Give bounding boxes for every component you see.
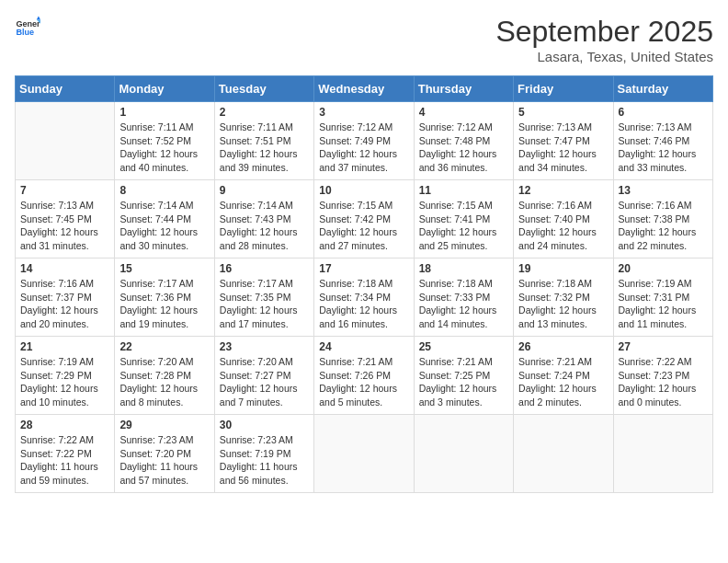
day-info: Sunrise: 7:19 AMSunset: 7:31 PMDaylight:… — [619, 277, 708, 331]
day-number: 15 — [119, 262, 209, 275]
calendar-cell: 14Sunrise: 7:16 AMSunset: 7:37 PMDayligh… — [16, 259, 115, 337]
header: General Blue September 2025 Lasara, Texa… — [15, 15, 713, 64]
calendar-cell: 26Sunrise: 7:21 AMSunset: 7:24 PMDayligh… — [514, 337, 613, 415]
calendar-cell: 28Sunrise: 7:22 AMSunset: 7:22 PMDayligh… — [16, 415, 115, 493]
day-number: 25 — [419, 340, 508, 353]
week-row-2: 7Sunrise: 7:13 AMSunset: 7:45 PMDaylight… — [16, 180, 713, 259]
calendar-cell: 24Sunrise: 7:21 AMSunset: 7:26 PMDayligh… — [314, 337, 414, 415]
weekday-header-thursday: Thursday — [414, 76, 513, 102]
day-number: 29 — [119, 419, 209, 431]
weekday-header-row: SundayMondayTuesdayWednesdayThursdayFrid… — [16, 76, 713, 102]
day-number: 20 — [619, 262, 708, 275]
day-number: 11 — [419, 184, 508, 197]
day-number: 21 — [20, 340, 109, 353]
day-number: 28 — [20, 419, 109, 431]
calendar-cell: 17Sunrise: 7:18 AMSunset: 7:34 PMDayligh… — [314, 259, 414, 337]
calendar-cell: 29Sunrise: 7:23 AMSunset: 7:20 PMDayligh… — [115, 415, 214, 493]
calendar-cell — [514, 415, 613, 493]
weekday-header-monday: Monday — [115, 76, 214, 102]
day-info: Sunrise: 7:19 AMSunset: 7:29 PMDaylight:… — [20, 355, 109, 409]
calendar-cell: 21Sunrise: 7:19 AMSunset: 7:29 PMDayligh… — [16, 337, 115, 415]
calendar-cell: 3Sunrise: 7:12 AMSunset: 7:49 PMDaylight… — [314, 102, 414, 180]
day-number: 7 — [20, 184, 109, 197]
day-number: 9 — [220, 184, 309, 197]
day-info: Sunrise: 7:13 AMSunset: 7:46 PMDaylight:… — [619, 121, 708, 175]
day-number: 14 — [20, 262, 109, 275]
day-number: 3 — [319, 106, 408, 119]
day-info: Sunrise: 7:15 AMSunset: 7:42 PMDaylight:… — [319, 199, 408, 253]
calendar-cell: 11Sunrise: 7:15 AMSunset: 7:41 PMDayligh… — [414, 180, 513, 259]
day-number: 26 — [518, 340, 608, 353]
calendar-cell: 30Sunrise: 7:23 AMSunset: 7:19 PMDayligh… — [214, 415, 313, 493]
calendar-cell: 1Sunrise: 7:11 AMSunset: 7:52 PMDaylight… — [115, 102, 214, 180]
calendar-cell: 23Sunrise: 7:20 AMSunset: 7:27 PMDayligh… — [214, 337, 313, 415]
day-number: 30 — [220, 419, 309, 431]
calendar-cell: 8Sunrise: 7:14 AMSunset: 7:44 PMDaylight… — [115, 180, 214, 259]
day-number: 12 — [518, 184, 608, 197]
title-area: September 2025 Lasara, Texas, United Sta… — [495, 15, 713, 64]
day-number: 13 — [619, 184, 708, 197]
weekday-header-sunday: Sunday — [16, 76, 115, 102]
day-info: Sunrise: 7:23 AMSunset: 7:20 PMDaylight:… — [119, 433, 209, 488]
logo: General Blue — [15, 15, 40, 40]
calendar-cell — [414, 415, 513, 493]
calendar-cell: 16Sunrise: 7:17 AMSunset: 7:35 PMDayligh… — [214, 259, 313, 337]
location-title: Lasara, Texas, United States — [495, 49, 713, 64]
day-info: Sunrise: 7:12 AMSunset: 7:49 PMDaylight:… — [319, 121, 408, 175]
svg-text:Blue: Blue — [16, 28, 34, 37]
day-info: Sunrise: 7:18 AMSunset: 7:34 PMDaylight:… — [319, 277, 408, 331]
calendar-cell: 19Sunrise: 7:18 AMSunset: 7:32 PMDayligh… — [514, 259, 613, 337]
logo-icon: General Blue — [15, 15, 40, 40]
calendar-cell: 18Sunrise: 7:18 AMSunset: 7:33 PMDayligh… — [414, 259, 513, 337]
calendar-cell: 22Sunrise: 7:20 AMSunset: 7:28 PMDayligh… — [115, 337, 214, 415]
calendar: SundayMondayTuesdayWednesdayThursdayFrid… — [15, 75, 713, 493]
day-number: 2 — [220, 106, 309, 119]
calendar-cell: 10Sunrise: 7:15 AMSunset: 7:42 PMDayligh… — [314, 180, 414, 259]
svg-text:General: General — [16, 19, 40, 29]
day-info: Sunrise: 7:12 AMSunset: 7:48 PMDaylight:… — [419, 121, 508, 175]
day-number: 18 — [419, 262, 508, 275]
weekday-header-tuesday: Tuesday — [214, 76, 313, 102]
day-number: 10 — [319, 184, 408, 197]
day-info: Sunrise: 7:14 AMSunset: 7:44 PMDaylight:… — [119, 199, 209, 253]
week-row-3: 14Sunrise: 7:16 AMSunset: 7:37 PMDayligh… — [16, 259, 713, 337]
weekday-header-friday: Friday — [514, 76, 613, 102]
calendar-cell: 13Sunrise: 7:16 AMSunset: 7:38 PMDayligh… — [613, 180, 712, 259]
day-number: 8 — [119, 184, 209, 197]
calendar-cell: 15Sunrise: 7:17 AMSunset: 7:36 PMDayligh… — [115, 259, 214, 337]
day-number: 24 — [319, 340, 408, 353]
day-info: Sunrise: 7:16 AMSunset: 7:40 PMDaylight:… — [518, 199, 608, 253]
calendar-cell: 20Sunrise: 7:19 AMSunset: 7:31 PMDayligh… — [613, 259, 712, 337]
day-number: 16 — [220, 262, 309, 275]
day-info: Sunrise: 7:17 AMSunset: 7:35 PMDaylight:… — [220, 277, 309, 331]
day-info: Sunrise: 7:23 AMSunset: 7:19 PMDaylight:… — [220, 433, 309, 488]
day-number: 23 — [220, 340, 309, 353]
calendar-cell — [613, 415, 712, 493]
day-info: Sunrise: 7:13 AMSunset: 7:45 PMDaylight:… — [20, 199, 109, 253]
calendar-cell — [314, 415, 414, 493]
day-number: 1 — [119, 106, 209, 119]
day-info: Sunrise: 7:21 AMSunset: 7:25 PMDaylight:… — [419, 355, 508, 409]
day-number: 6 — [619, 106, 708, 119]
day-info: Sunrise: 7:20 AMSunset: 7:27 PMDaylight:… — [220, 355, 309, 409]
day-info: Sunrise: 7:18 AMSunset: 7:33 PMDaylight:… — [419, 277, 508, 331]
calendar-cell: 4Sunrise: 7:12 AMSunset: 7:48 PMDaylight… — [414, 102, 513, 180]
day-number: 5 — [518, 106, 608, 119]
svg-marker-2 — [37, 16, 40, 19]
weekday-header-wednesday: Wednesday — [314, 76, 414, 102]
day-info: Sunrise: 7:13 AMSunset: 7:47 PMDaylight:… — [518, 121, 608, 175]
day-info: Sunrise: 7:15 AMSunset: 7:41 PMDaylight:… — [419, 199, 508, 253]
day-info: Sunrise: 7:11 AMSunset: 7:52 PMDaylight:… — [119, 121, 209, 175]
day-info: Sunrise: 7:22 AMSunset: 7:23 PMDaylight:… — [619, 355, 708, 409]
calendar-cell: 5Sunrise: 7:13 AMSunset: 7:47 PMDaylight… — [514, 102, 613, 180]
day-info: Sunrise: 7:22 AMSunset: 7:22 PMDaylight:… — [20, 433, 109, 488]
week-row-5: 28Sunrise: 7:22 AMSunset: 7:22 PMDayligh… — [16, 415, 713, 493]
calendar-cell: 27Sunrise: 7:22 AMSunset: 7:23 PMDayligh… — [613, 337, 712, 415]
day-info: Sunrise: 7:21 AMSunset: 7:26 PMDaylight:… — [319, 355, 408, 409]
day-info: Sunrise: 7:14 AMSunset: 7:43 PMDaylight:… — [220, 199, 309, 253]
day-number: 19 — [518, 262, 608, 275]
calendar-cell: 25Sunrise: 7:21 AMSunset: 7:25 PMDayligh… — [414, 337, 513, 415]
calendar-cell: 12Sunrise: 7:16 AMSunset: 7:40 PMDayligh… — [514, 180, 613, 259]
calendar-cell: 7Sunrise: 7:13 AMSunset: 7:45 PMDaylight… — [16, 180, 115, 259]
day-number: 22 — [119, 340, 209, 353]
